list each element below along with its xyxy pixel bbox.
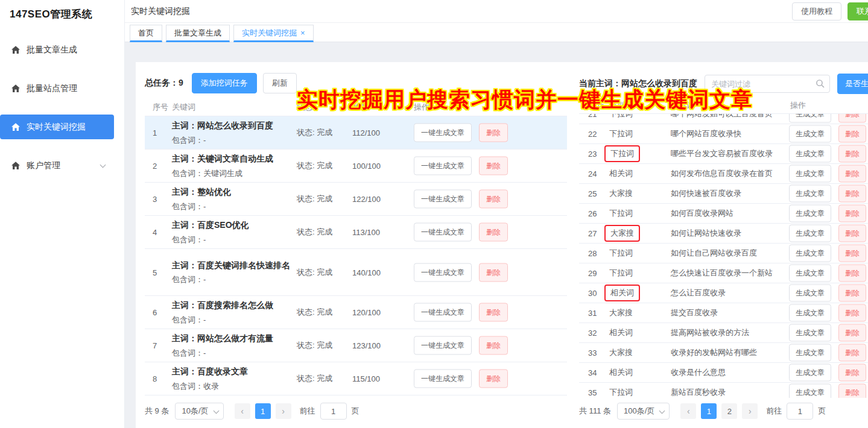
generate-article-button[interactable]: 一键生成文章 [414, 190, 472, 209]
generate-article-button[interactable]: 一键生成文章 [414, 336, 472, 355]
refresh-button[interactable]: 刷新 [263, 73, 297, 93]
tab-2[interactable]: 实时关键词挖掘× [233, 25, 314, 42]
row-index: 35 [588, 388, 597, 397]
page-number-2[interactable]: 2 [721, 403, 737, 419]
generate-article-button[interactable]: 生成文章 [789, 185, 831, 203]
sidebar-item-2[interactable]: 实时关键词挖掘 [0, 115, 114, 139]
delete-button[interactable]: 删除 [479, 190, 508, 209]
delete-button[interactable]: 删除 [479, 303, 508, 322]
delete-button[interactable]: 删除 [838, 384, 866, 398]
row-keyword: 哪个网站百度收录快 [671, 128, 741, 139]
delete-button[interactable]: 删除 [479, 263, 508, 282]
close-icon[interactable]: × [300, 28, 305, 37]
goto-label: 前往 [300, 406, 315, 417]
delete-button[interactable]: 删除 [479, 223, 508, 242]
generate-article-button[interactable]: 生成文章 [789, 205, 831, 222]
delete-button[interactable]: 删除 [838, 165, 866, 183]
generate-article-button[interactable]: 生成文章 [789, 304, 831, 322]
delete-button[interactable]: 删除 [838, 125, 866, 143]
table-row: 34 相关词 收录是什么意思 生成文章 删除 [579, 363, 868, 383]
row-index: 4 [153, 228, 157, 237]
table-row: 25 大家搜 如何快速被百度收录 生成文章 删除 [579, 184, 868, 204]
page-numbers: 12 [699, 403, 740, 419]
generate-article-button[interactable]: 生成文章 [789, 225, 831, 242]
page-size-select[interactable]: 100条/页 [617, 403, 670, 420]
row-type: 大家搜 [609, 347, 633, 358]
delete-button[interactable]: 删除 [838, 285, 866, 302]
row-index: 33 [588, 348, 597, 357]
goto-page-input[interactable] [787, 403, 813, 420]
topbar-actions: 使用教程 联系客服 [792, 2, 868, 20]
generate-article-button[interactable]: 一键生成文章 [414, 303, 472, 322]
next-page-button[interactable]: › [742, 403, 758, 419]
sidebar-item-0[interactable]: 批量文章生成 [0, 37, 114, 62]
row-count: 140/100 [352, 268, 381, 277]
generate-article-button[interactable]: 生成文章 [789, 165, 831, 183]
generate-article-button[interactable]: 一键生成文章 [414, 157, 472, 175]
pagination-total: 共 9 条 [145, 406, 169, 417]
tab-1[interactable]: 批量文章生成 [166, 25, 230, 42]
delete-button[interactable]: 删除 [838, 324, 866, 342]
generate-article-button[interactable]: 一键生成文章 [414, 263, 472, 282]
generate-article-button[interactable]: 一键生成文章 [414, 124, 472, 142]
delete-button[interactable]: 删除 [838, 114, 866, 123]
tutorial-button[interactable]: 使用教程 [792, 2, 841, 20]
delete-button[interactable]: 删除 [838, 245, 866, 262]
delete-button[interactable]: 删除 [838, 205, 866, 222]
delete-button[interactable]: 删除 [838, 344, 866, 362]
row-include-word: 包含词：- [172, 234, 297, 245]
generate-article-button[interactable]: 生成文章 [789, 114, 831, 123]
tasks-pagination: 共 9 条 10条/页 ‹ 1 › 前往 页 [145, 403, 360, 420]
row-keyword: 如何让自己网站收录百度 [671, 248, 757, 259]
row-include-word: 包含词：关键词生成 [172, 168, 297, 179]
generate-article-button[interactable]: 生成文章 [789, 245, 831, 262]
generate-article-button[interactable]: 生成文章 [789, 125, 831, 143]
page-number-1[interactable]: 1 [701, 403, 717, 419]
generate-article-button[interactable]: 生成文章 [789, 265, 831, 282]
row-index: 26 [588, 209, 597, 218]
prev-page-button[interactable]: ‹ [235, 403, 250, 419]
delete-button[interactable]: 删除 [479, 157, 508, 175]
row-actions: 生成文章 删除 [789, 205, 866, 222]
row-count: 123/100 [352, 341, 381, 350]
row-main-word: 主词：百度关键词排名快速排名 [172, 259, 297, 272]
delete-button[interactable]: 删除 [479, 370, 508, 388]
generate-article-button[interactable]: 生成文章 [789, 285, 831, 302]
contact-button[interactable]: 联系客服 [847, 2, 868, 20]
tasks-panel: 总任务：9 添加挖词任务 刷新 序号 关键词 状态 数量 操作 1 主词：网站怎… [145, 62, 570, 428]
add-task-button[interactable]: 添加挖词任务 [192, 73, 257, 93]
chevron-down-icon [101, 163, 106, 168]
tab-0[interactable]: 首页 [130, 25, 162, 42]
next-page-button[interactable]: › [276, 403, 291, 419]
row-index: 25 [588, 189, 597, 198]
generate-article-button[interactable]: 生成文章 [789, 384, 831, 398]
delete-button[interactable]: 删除 [838, 225, 866, 242]
row-keyword-cell: 主词：关键词文章自动生成 包含词：关键词生成 [172, 153, 297, 179]
delete-button[interactable]: 删除 [838, 304, 866, 322]
keywords-table-body: 21 下拉词 哪个网站发贴可以上百度首页 生成文章 删除 22 下拉词 哪个网站… [579, 114, 868, 398]
generate-article-button[interactable]: 生成文章 [789, 364, 831, 382]
goto-page-input[interactable] [320, 403, 347, 420]
generate-article-button[interactable]: 生成文章 [789, 344, 831, 362]
row-actions: 生成文章 删除 [789, 225, 866, 242]
delete-button[interactable]: 删除 [838, 265, 866, 282]
delete-button[interactable]: 删除 [479, 336, 508, 355]
table-row: 29 下拉词 怎么快速让百度收录一个新站 生成文章 删除 [579, 263, 868, 283]
prev-page-button[interactable]: ‹ [680, 403, 696, 419]
generate-article-button[interactable]: 一键生成文章 [414, 370, 472, 388]
delete-button[interactable]: 删除 [838, 185, 866, 203]
delete-button[interactable]: 删除 [838, 364, 866, 382]
generate-article-button[interactable]: 生成文章 [789, 324, 831, 342]
row-index: 34 [588, 368, 597, 377]
generate-article-button[interactable]: 一键生成文章 [414, 223, 472, 242]
page-number-1[interactable]: 1 [255, 403, 271, 419]
generate-all-button[interactable]: 是否生成全部 [837, 74, 868, 94]
delete-button[interactable]: 删除 [838, 145, 866, 163]
row-status: 状态: 完成 [297, 194, 332, 204]
delete-button[interactable]: 删除 [479, 124, 508, 142]
sidebar-item-3[interactable]: 账户管理 [0, 153, 114, 178]
row-keyword-cell: 主词：整站优化 包含词：- [172, 186, 297, 212]
generate-article-button[interactable]: 生成文章 [789, 145, 831, 163]
sidebar-item-1[interactable]: 批量站点管理 [0, 76, 114, 101]
page-size-select[interactable]: 10条/页 [175, 403, 223, 420]
